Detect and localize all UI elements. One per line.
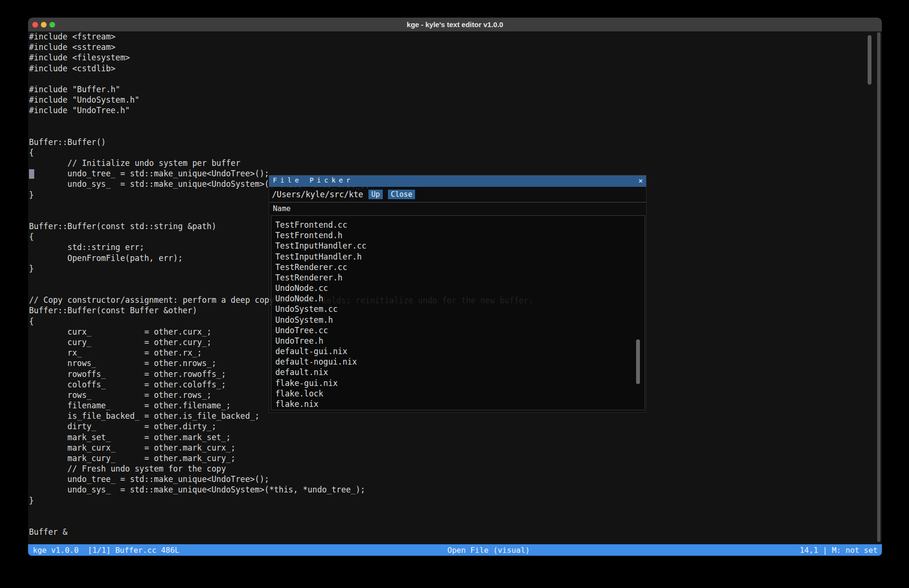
file-list[interactable]: TestFrontend.ccTestFrontend.hTestInputHa… [271,215,645,410]
editor-scrollbar-thumb[interactable] [868,35,871,85]
file-row[interactable]: default.nix [271,367,645,377]
file-row[interactable]: flake-gui.nix [271,378,645,388]
status-mode: Open File (visual) [447,546,530,555]
file-row[interactable]: UndoTree.cc [271,325,645,336]
dialog-title: File Picker [273,176,354,184]
close-button[interactable]: Close [388,190,415,199]
dialog-titlebar[interactable]: File Picker ✕ [269,175,646,187]
status-left: kge v1.0.0 [1/1] Buffer.cc 486L [33,546,179,555]
current-path: /Users/kyle/src/kte [272,190,363,199]
file-row[interactable]: flake.lock [271,388,645,399]
file-row[interactable]: UndoSystem.cc [271,304,645,314]
up-button[interactable]: Up [368,190,383,199]
file-row[interactable]: default-gui.nix [271,346,645,357]
file-row[interactable]: UndoTree.h [271,336,645,346]
dialog-close-icon[interactable]: ✕ [638,176,643,185]
window-title: kge - kyle's text editor v1.0.0 [28,18,882,31]
file-row[interactable]: TestRenderer.cc [271,262,645,272]
status-bar: kge v1.0.0 [1/1] Buffer.cc 486L Open Fil… [28,544,882,556]
path-row: /Users/kyle/src/kte Up Close [272,189,415,200]
file-row[interactable]: TestInputHandler.h [271,251,645,262]
file-row[interactable]: TestInputHandler.cc [271,241,645,251]
editor-scrollbar-track[interactable] [877,32,880,542]
status-cursor-position: 14,1 | M: not set [800,546,878,555]
file-picker-dialog: (*this, *undo_tree_); y of core fields; … [269,175,647,413]
file-row[interactable]: flake.nix [271,399,645,409]
file-row[interactable]: default-nogui.nix [271,357,645,367]
file-row[interactable]: UndoNode.h [271,293,645,304]
name-column-header: Name [273,204,290,213]
text-cursor [29,169,34,179]
dialog-separator [269,202,646,202]
file-row[interactable]: TestFrontend.h [271,230,645,241]
file-row[interactable]: UndoSystem.h [271,315,645,325]
file-list-scrollbar-thumb[interactable] [636,339,640,384]
file-row[interactable]: UndoNode.cc [271,283,645,293]
file-row[interactable]: TestRenderer.h [271,272,645,283]
file-row[interactable]: TestFrontend.cc [271,220,645,230]
editor-window: kge - kyle's text editor v1.0.0 #include… [28,18,882,557]
window-titlebar[interactable]: kge - kyle's text editor v1.0.0 [28,18,882,31]
